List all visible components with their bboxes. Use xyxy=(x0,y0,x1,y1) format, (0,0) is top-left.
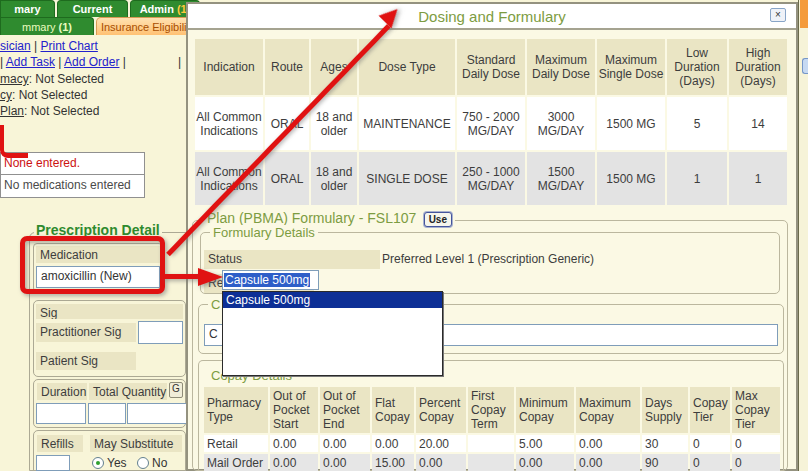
copay-header-row: Pharmacy Type Out of Pocket Start Out of… xyxy=(204,387,780,433)
dose-form-listbox[interactable]: Capsule 500mg xyxy=(222,291,443,376)
col-header: Flat Copay xyxy=(372,387,414,433)
cell: 0 xyxy=(732,454,780,471)
plan-link[interactable]: Plan xyxy=(0,104,24,118)
red-annotation-corner xyxy=(0,125,28,158)
cell: ORAL xyxy=(265,152,309,205)
physician-link[interactable]: sician xyxy=(0,39,31,53)
col-header: Route xyxy=(265,39,309,95)
col-header: Max Copay Tier xyxy=(732,387,780,433)
practitioner-sig-input[interactable] xyxy=(138,321,183,344)
cell: 0.00 xyxy=(576,435,640,452)
tab-insurance-eligibility[interactable]: Insurance Eligibility xyxy=(96,17,200,35)
separator: | xyxy=(178,55,181,69)
pharmacy-link[interactable]: macy xyxy=(0,72,29,86)
may-substitute-no[interactable]: No xyxy=(137,456,167,470)
copay-table: Pharmacy Type Out of Pocket Start Out of… xyxy=(202,385,782,471)
tab-label: mary xyxy=(14,3,40,15)
separator: | xyxy=(34,39,37,53)
cell: 1500 MG xyxy=(597,152,665,205)
cell: 18 and older xyxy=(311,152,357,205)
red-annotation-rectangle xyxy=(20,236,165,294)
cell: 3000 MG/DAY xyxy=(527,97,595,150)
col-header: Percent Copay xyxy=(416,387,466,433)
tab-label: Admin xyxy=(140,3,174,15)
panel-titlebar: Dosing and Formulary × xyxy=(188,4,796,30)
dosing-row-single-dose[interactable]: All Common Indications ORAL 18 and older… xyxy=(195,152,787,205)
cell xyxy=(468,435,514,452)
orange-tab-remnant xyxy=(800,0,808,28)
cell: 1 xyxy=(667,152,727,205)
may-substitute-yes[interactable]: Yes xyxy=(92,456,127,470)
dose-form-combobox[interactable]: Capsule 500mg xyxy=(222,270,319,290)
use-button[interactable]: Use xyxy=(424,212,452,227)
plan-not-selected: Plan: Not Selected xyxy=(0,104,99,118)
cell: 0.00 xyxy=(270,454,318,471)
print-chart-link[interactable]: Print Chart xyxy=(41,39,98,53)
total-quantity-unit-input[interactable] xyxy=(127,403,187,424)
policy-not-selected: cy: Not Selected xyxy=(0,88,87,102)
cell: 0 xyxy=(690,454,730,471)
dosing-table: Indication Route Ages Dose Type Standard… xyxy=(193,37,789,207)
col-header: Minimum Copay xyxy=(516,387,574,433)
add-order-link[interactable]: Add Order xyxy=(64,55,119,69)
cell: 750 - 2000 MG/DAY xyxy=(457,97,525,150)
add-task-link[interactable]: Add Task xyxy=(6,55,55,69)
status-value: Preferred Level 1 (Prescription Generic) xyxy=(382,252,594,266)
copay-row-mail-order: Mail Order 0.00 0.00 15.00 0.00 0.00 0.0… xyxy=(204,454,780,471)
cell: 0.00 xyxy=(576,454,640,471)
col-header: Indication xyxy=(195,39,263,95)
patient-sig-label: Patient Sig xyxy=(36,352,136,370)
cell: 1500 MG xyxy=(597,97,665,150)
radio-yes-icon[interactable] xyxy=(92,457,104,469)
blue-widget-remnant xyxy=(802,58,808,74)
cell: All Common Indications xyxy=(195,152,263,205)
dosing-row-maintenance[interactable]: All Common Indications ORAL 18 and older… xyxy=(195,97,787,150)
col-header: Maximum Single Dose xyxy=(597,39,665,95)
tab-summary-top[interactable]: mary xyxy=(0,0,55,17)
cell: 5.00 xyxy=(516,435,574,452)
col-header: Maximum Daily Dose xyxy=(527,39,595,95)
not-selected-text: : Not Selected xyxy=(12,88,87,102)
cell: 250 - 1000 MG/DAY xyxy=(457,152,525,205)
practitioner-sig-label: Practitioner Sig xyxy=(36,323,136,342)
cell: 0 xyxy=(732,435,780,452)
radio-no-icon[interactable] xyxy=(137,457,149,469)
combobox-value: Capsule 500mg xyxy=(224,273,310,287)
pharmacy-not-selected: macy: Not Selected xyxy=(0,72,104,86)
tab-summary[interactable]: mmary (1) xyxy=(0,17,94,35)
col-header: First Copay Term xyxy=(468,387,514,433)
cell: All Common Indications xyxy=(195,97,263,150)
status-label: Status xyxy=(204,250,380,269)
cell: 15.00 xyxy=(372,454,414,471)
cell: 1 xyxy=(729,152,787,205)
total-quantity-input[interactable] xyxy=(88,403,126,424)
tab-current[interactable]: Current xyxy=(57,0,128,17)
cell: Retail xyxy=(204,435,268,452)
separator: | xyxy=(123,55,126,69)
cell: 0.00 xyxy=(516,454,574,471)
messages-box: None entered. No medications entered xyxy=(0,152,145,198)
plan-legend-text: Plan (PBMA) Formulary - FSL107 xyxy=(207,210,416,226)
listbox-item-selected[interactable]: Capsule 500mg xyxy=(223,292,442,308)
panel-title: Dosing and Formulary xyxy=(188,4,796,25)
cell: 1500 MG/DAY xyxy=(527,152,595,205)
close-icon[interactable]: × xyxy=(770,8,786,22)
radio-no-label: No xyxy=(152,456,167,470)
cell: 90 xyxy=(642,454,688,471)
red-arrow-to-combobox-head xyxy=(198,268,223,286)
cell: MAINTENANCE xyxy=(359,97,455,150)
tab-label: mmary xyxy=(22,21,56,33)
quantity-calc-button[interactable]: G xyxy=(169,382,183,398)
cell: SINGLE DOSE xyxy=(359,152,455,205)
col-header: Maximum Copay xyxy=(576,387,640,433)
refills-input[interactable] xyxy=(36,455,70,471)
not-selected-text: : Not Selected xyxy=(29,72,104,86)
policy-link[interactable]: cy xyxy=(0,88,12,102)
cell: 0.00 xyxy=(372,435,414,452)
cell xyxy=(468,454,514,471)
screen: { "left": { "sep": "|", "tabs_row1": [ {… xyxy=(0,0,808,471)
duration-input[interactable] xyxy=(36,403,86,424)
col-header: Standard Daily Dose xyxy=(457,39,525,95)
col-header: Out of Pocket Start xyxy=(270,387,318,433)
red-arrow-to-combobox xyxy=(163,274,201,279)
